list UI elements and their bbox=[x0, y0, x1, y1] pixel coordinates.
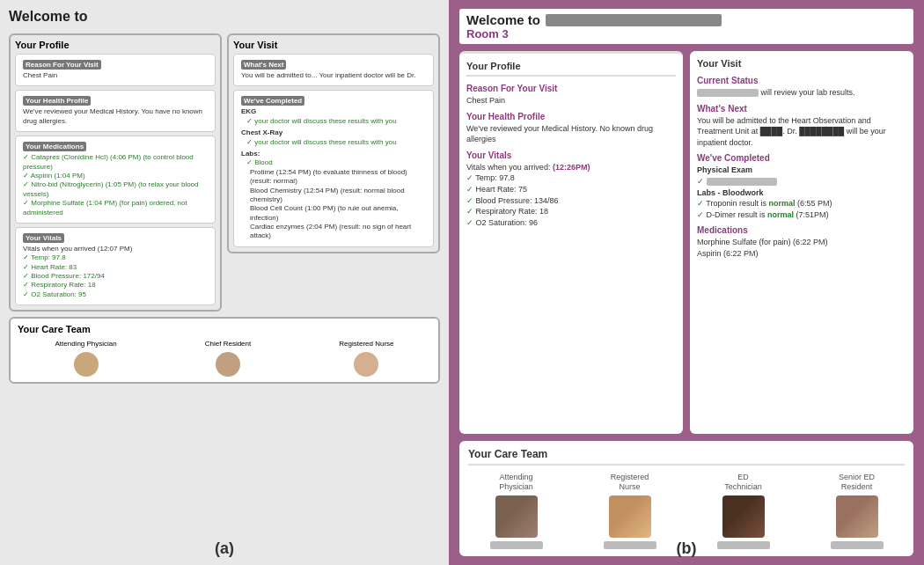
panel-b: Welcome to Room 3 Your Profile Reason Fo… bbox=[449, 0, 924, 565]
avatar-1-b bbox=[495, 495, 538, 538]
health-label-a: Your Health Profile bbox=[23, 96, 91, 106]
care-member-2-a: Chief Resident bbox=[205, 340, 251, 376]
care-team-members-a: Attending Physician Chief Resident Regis… bbox=[18, 340, 431, 376]
care-member-2-b: Registered Nurse bbox=[604, 473, 656, 549]
profile-card-a: Your Profile Reason For Your Visit Chest… bbox=[9, 33, 222, 312]
panel-a-top: Your Profile Reason For Your Visit Chest… bbox=[9, 33, 440, 312]
health-card-a: Your Health Profile We've reviewed your … bbox=[15, 90, 216, 132]
med-2-a: ✓ Aspirin (1:04 PM) bbox=[23, 172, 208, 180]
avatar-img-4-b bbox=[836, 495, 878, 538]
avatar-3-b bbox=[722, 495, 765, 538]
medications-heading-b: Medications bbox=[697, 225, 906, 235]
dr-name-blur-1 bbox=[697, 89, 759, 97]
chest-xray-item-a: Chest X-Ray ✓ your doctor will discuss t… bbox=[241, 128, 426, 147]
health-text-a: We've reviewed your Medical History. You… bbox=[23, 107, 208, 126]
care-role-2-b: Registered Nurse bbox=[611, 473, 649, 492]
care-team-members-b: Attending Physician Registered Nurse ED … bbox=[468, 473, 905, 549]
vitals-card-a: Your Vitals Vitals when you arrived (12:… bbox=[15, 227, 216, 305]
physical-exam-b: Physical Exam ✓ bbox=[697, 165, 906, 187]
lab-4-detail-a: Cardiac enzymes (2:04 PM) (result: no si… bbox=[241, 223, 426, 241]
labs-section-a: Labs: ✓ Blood Protime (12:54 PM) (to eva… bbox=[241, 150, 426, 241]
avatar-4-b bbox=[836, 495, 878, 538]
whats-next-text-a: You will be admitted to... Your inpatien… bbox=[241, 71, 426, 80]
profile-section-b: Your Profile Reason For Your Visit Chest… bbox=[459, 51, 683, 434]
vital-1-a: ✓ Temp: 97.8 bbox=[23, 253, 208, 262]
avatar-2-b bbox=[609, 495, 651, 538]
care-role-2-a: Chief Resident bbox=[205, 340, 251, 349]
care-member-3-a: Registered Nurse bbox=[339, 340, 393, 376]
panel-a-welcome: Welcome to bbox=[9, 9, 440, 25]
ddimer-b: ✓ D-Dimer result is normal (7:51PM) bbox=[697, 209, 906, 221]
medications-label-a: Your Medications bbox=[23, 142, 86, 151]
care-member-3-b: ED Technician bbox=[717, 473, 770, 549]
care-team-card-a: Your Care Team Attending Physician Chief… bbox=[9, 317, 440, 383]
care-role-4-b: Senior ED Resident bbox=[839, 473, 875, 492]
panel-a-label: (a) bbox=[215, 539, 234, 558]
care-team-title-b: Your Care Team bbox=[468, 448, 905, 466]
completed-card-a: We've Completed EKG ✓ your doctor will d… bbox=[233, 90, 434, 246]
current-status-heading-b: Current Status bbox=[697, 76, 906, 85]
physical-exam-label-b: Physical Exam bbox=[697, 165, 906, 176]
med-3-a: ✓ Nitro-bid (Nitroglycerin) (1:05 PM) (t… bbox=[23, 180, 208, 199]
reason-text-a: Chest Pain bbox=[23, 71, 208, 80]
visit-tab-b: Your Visit bbox=[697, 58, 906, 69]
care-role-3-a: Registered Nurse bbox=[339, 340, 393, 349]
name-blur-4-b bbox=[831, 541, 884, 549]
troponin-b: ✓ Troponin result is normal (6:55 PM) bbox=[697, 198, 906, 209]
med-2-b: Aspirin (6:22 PM) bbox=[697, 248, 906, 260]
med-4-a: ✓ Morphine Sulfate (1:04 PM) (for pain) … bbox=[23, 199, 208, 217]
panel-a-left-col: Your Profile Reason For Your Visit Chest… bbox=[9, 33, 222, 312]
name-blur-2-b bbox=[604, 541, 656, 549]
panel-b-label: (b) bbox=[677, 539, 697, 558]
ekg-item-a: EKG ✓ your doctor will discuss these res… bbox=[241, 107, 426, 126]
vitals-list-b: ✓ Temp: 97.8 ✓ Heart Rate: 75 ✓ Blood Pr… bbox=[466, 172, 676, 228]
profile-title-a: Your Profile bbox=[15, 40, 216, 50]
vital-3-b: ✓ Blood Pressure: 134/86 bbox=[466, 195, 676, 207]
welcome-row-b: Welcome to bbox=[466, 12, 906, 27]
med-1-b: Morphine Sulfate (for pain) (6:22 PM) bbox=[697, 237, 906, 248]
avatar-2-a bbox=[216, 352, 240, 377]
completed-label-a: We've Completed bbox=[241, 96, 304, 106]
welcome-text-b: Welcome to bbox=[466, 12, 540, 27]
name-blur-1-b bbox=[490, 541, 543, 549]
reason-label-a: Reason For Your Visit bbox=[23, 60, 101, 70]
care-member-1-b: Attending Physician bbox=[490, 473, 543, 549]
panel-a: Welcome to Your Profile Reason For Your … bbox=[0, 0, 449, 565]
completed-heading-b: We've Completed bbox=[697, 153, 906, 163]
vitals-intro-b: Vitals when you arrived: (12:26PM) bbox=[466, 162, 676, 173]
labs-bloodwork-b: Labs - Bloodwork ✓ Troponin result is no… bbox=[697, 187, 906, 221]
avatar-img-1-b bbox=[495, 495, 538, 538]
name-blur-3-b bbox=[717, 541, 770, 549]
vital-4-a: ✓ Respiratory Rate: 18 bbox=[23, 281, 208, 290]
ekg-label-a: EKG bbox=[241, 107, 426, 116]
avatar-img-3-b bbox=[722, 495, 765, 538]
vital-4-b: ✓ Respiratory Rate: 18 bbox=[466, 206, 676, 217]
vital-5-a: ✓ O2 Saturation: 95 bbox=[23, 290, 208, 299]
whats-next-text-b: You will be admitted to the Heart Observ… bbox=[697, 115, 906, 149]
medications-card-a: Your Medications ✓ Catapres (Clonidine H… bbox=[15, 136, 216, 224]
room-text-b: Room 3 bbox=[466, 27, 906, 40]
care-team-title-a: Your Care Team bbox=[18, 324, 431, 334]
care-role-1-a: Attending Physician bbox=[55, 340, 117, 349]
vitals-time-b: (12:26PM) bbox=[553, 163, 590, 172]
whats-next-heading-b: What's Next bbox=[697, 104, 906, 114]
chest-xray-text-a: ✓ your doctor will discuss these results… bbox=[241, 138, 426, 147]
medications-list-b: Morphine Sulfate (for pain) (6:22 PM) As… bbox=[697, 237, 906, 259]
health-text-b: We've reviewed your Medical History. No … bbox=[466, 123, 676, 145]
hospital-name-blur bbox=[546, 14, 722, 26]
avatar-img-2-b bbox=[609, 495, 651, 538]
lab-1-a: ✓ Blood bbox=[241, 158, 426, 167]
vital-1-b: ✓ Temp: 97.8 bbox=[466, 172, 676, 184]
health-heading-b: Your Health Profile bbox=[466, 112, 676, 121]
vitals-time-a: Vitals when you arrived (12:07 PM) bbox=[23, 245, 208, 253]
labs-bloodwork-label-b: Labs - Bloodwork bbox=[697, 187, 906, 199]
lab-3-detail-a: Blood Cell Count (1:00 PM) (to rule out … bbox=[241, 204, 426, 223]
reason-card-a: Reason For Your Visit Chest Pain bbox=[15, 54, 216, 86]
lab-1-detail-a: Protime (12:54 PM) (to evaluate thinness… bbox=[241, 168, 426, 187]
visit-title-a: Your Visit bbox=[233, 40, 434, 50]
visit-card-a: Your Visit What's Next You will be admit… bbox=[227, 33, 440, 253]
lab-2-detail-a: Blood Chemistry (12:54 PM) (result: norm… bbox=[241, 187, 426, 205]
care-member-4-b: Senior ED Resident bbox=[831, 473, 884, 549]
dr-name-blur-2 bbox=[707, 178, 777, 186]
panel-a-right-col: Your Visit What's Next You will be admit… bbox=[227, 33, 440, 312]
